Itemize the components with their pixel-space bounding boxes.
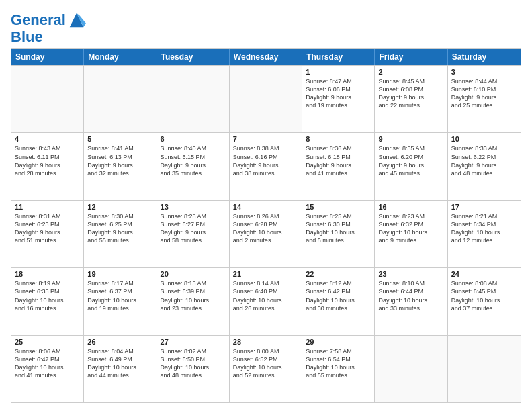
cell-text: Sunrise: 8:41 AM Sunset: 6:13 PM Dayligh…	[87, 144, 152, 177]
cal-cell: 20Sunrise: 8:15 AM Sunset: 6:39 PM Dayli…	[157, 268, 230, 334]
cal-cell: 26Sunrise: 8:04 AM Sunset: 6:49 PM Dayli…	[84, 336, 157, 402]
cell-text: Sunrise: 8:26 AM Sunset: 6:28 PM Dayligh…	[233, 212, 298, 245]
cal-cell: 29Sunrise: 7:58 AM Sunset: 6:54 PM Dayli…	[302, 336, 375, 402]
day-number: 14	[233, 203, 298, 211]
cal-cell: 22Sunrise: 8:12 AM Sunset: 6:42 PM Dayli…	[302, 268, 375, 334]
cal-row: 1Sunrise: 8:47 AM Sunset: 6:06 PM Daylig…	[11, 65, 521, 132]
day-number: 13	[161, 203, 226, 211]
cal-cell: 10Sunrise: 8:33 AM Sunset: 6:22 PM Dayli…	[448, 133, 521, 199]
cell-text: Sunrise: 8:28 AM Sunset: 6:27 PM Dayligh…	[161, 212, 226, 245]
cal-cell	[375, 336, 447, 402]
calendar-body: 1Sunrise: 8:47 AM Sunset: 6:06 PM Daylig…	[11, 65, 521, 402]
cal-cell: 2Sunrise: 8:45 AM Sunset: 6:08 PM Daylig…	[375, 66, 447, 132]
cal-header-cell: Wednesday	[230, 49, 302, 65]
cal-cell: 8Sunrise: 8:36 AM Sunset: 6:18 PM Daylig…	[302, 133, 375, 199]
cell-text: Sunrise: 8:44 AM Sunset: 6:10 PM Dayligh…	[451, 77, 517, 110]
cell-text: Sunrise: 8:04 AM Sunset: 6:49 PM Dayligh…	[87, 347, 152, 380]
cal-row: 25Sunrise: 8:06 AM Sunset: 6:47 PM Dayli…	[11, 335, 521, 402]
cal-cell: 25Sunrise: 8:06 AM Sunset: 6:47 PM Dayli…	[11, 336, 84, 402]
cell-text: Sunrise: 8:45 AM Sunset: 6:08 PM Dayligh…	[378, 77, 443, 110]
day-number: 12	[87, 203, 152, 211]
day-number: 6	[161, 135, 226, 143]
cal-cell	[448, 336, 521, 402]
day-number: 23	[378, 270, 443, 278]
cell-text: Sunrise: 8:33 AM Sunset: 6:22 PM Dayligh…	[451, 144, 517, 177]
logo-text: General	[11, 13, 66, 28]
cal-cell: 1Sunrise: 8:47 AM Sunset: 6:06 PM Daylig…	[302, 66, 375, 132]
day-number: 26	[87, 338, 152, 346]
cell-text: Sunrise: 7:58 AM Sunset: 6:54 PM Dayligh…	[306, 347, 371, 380]
day-number: 3	[451, 68, 517, 76]
cal-cell: 14Sunrise: 8:26 AM Sunset: 6:28 PM Dayli…	[230, 201, 302, 267]
cal-cell: 13Sunrise: 8:28 AM Sunset: 6:27 PM Dayli…	[157, 201, 230, 267]
cell-text: Sunrise: 8:47 AM Sunset: 6:06 PM Dayligh…	[306, 77, 371, 110]
cal-cell: 16Sunrise: 8:23 AM Sunset: 6:32 PM Dayli…	[375, 201, 447, 267]
day-number: 25	[15, 338, 80, 346]
day-number: 10	[451, 135, 517, 143]
cal-cell	[84, 66, 157, 132]
calendar: SundayMondayTuesdayWednesdayThursdayFrid…	[11, 48, 521, 403]
cal-cell: 27Sunrise: 8:02 AM Sunset: 6:50 PM Dayli…	[157, 336, 230, 402]
day-number: 18	[15, 270, 80, 278]
logo: General Blue	[11, 11, 86, 44]
cell-text: Sunrise: 8:17 AM Sunset: 6:37 PM Dayligh…	[87, 279, 152, 312]
cal-header-cell: Monday	[84, 49, 157, 65]
day-number: 21	[233, 270, 298, 278]
cell-text: Sunrise: 8:10 AM Sunset: 6:44 PM Dayligh…	[378, 279, 443, 312]
cal-cell: 23Sunrise: 8:10 AM Sunset: 6:44 PM Dayli…	[375, 268, 447, 334]
day-number: 22	[306, 270, 371, 278]
cell-text: Sunrise: 8:36 AM Sunset: 6:18 PM Dayligh…	[306, 144, 371, 177]
cal-cell: 15Sunrise: 8:25 AM Sunset: 6:30 PM Dayli…	[302, 201, 375, 267]
cal-cell: 21Sunrise: 8:14 AM Sunset: 6:40 PM Dayli…	[230, 268, 302, 334]
day-number: 15	[306, 203, 371, 211]
day-number: 29	[306, 338, 371, 346]
cal-cell: 24Sunrise: 8:08 AM Sunset: 6:45 PM Dayli…	[448, 268, 521, 334]
cal-cell: 11Sunrise: 8:31 AM Sunset: 6:23 PM Dayli…	[11, 201, 84, 267]
page: General Blue SundayMondayTuesdayWednesda…	[0, 0, 532, 411]
cal-header-cell: Saturday	[448, 49, 521, 65]
cell-text: Sunrise: 8:12 AM Sunset: 6:42 PM Dayligh…	[306, 279, 371, 312]
day-number: 24	[451, 270, 517, 278]
cell-text: Sunrise: 8:15 AM Sunset: 6:39 PM Dayligh…	[161, 279, 226, 312]
calendar-header: SundayMondayTuesdayWednesdayThursdayFrid…	[11, 49, 521, 65]
cal-cell: 28Sunrise: 8:00 AM Sunset: 6:52 PM Dayli…	[230, 336, 302, 402]
cell-text: Sunrise: 8:38 AM Sunset: 6:16 PM Dayligh…	[233, 144, 298, 177]
cal-row: 18Sunrise: 8:19 AM Sunset: 6:35 PM Dayli…	[11, 267, 521, 334]
day-number: 4	[15, 135, 80, 143]
cal-cell	[11, 66, 84, 132]
cal-cell: 3Sunrise: 8:44 AM Sunset: 6:10 PM Daylig…	[448, 66, 521, 132]
day-number: 11	[15, 203, 80, 211]
cell-text: Sunrise: 8:21 AM Sunset: 6:34 PM Dayligh…	[451, 212, 517, 245]
cell-text: Sunrise: 8:14 AM Sunset: 6:40 PM Dayligh…	[233, 279, 298, 312]
cal-cell	[230, 66, 302, 132]
logo-icon	[67, 11, 86, 30]
cell-text: Sunrise: 8:23 AM Sunset: 6:32 PM Dayligh…	[378, 212, 443, 245]
cal-cell: 18Sunrise: 8:19 AM Sunset: 6:35 PM Dayli…	[11, 268, 84, 334]
cal-cell: 9Sunrise: 8:35 AM Sunset: 6:20 PM Daylig…	[375, 133, 447, 199]
day-number: 17	[451, 203, 517, 211]
cal-row: 4Sunrise: 8:43 AM Sunset: 6:11 PM Daylig…	[11, 132, 521, 199]
cal-cell	[157, 66, 230, 132]
cal-header-cell: Friday	[375, 49, 447, 65]
day-number: 5	[87, 135, 152, 143]
cal-cell: 5Sunrise: 8:41 AM Sunset: 6:13 PM Daylig…	[84, 133, 157, 199]
cell-text: Sunrise: 8:19 AM Sunset: 6:35 PM Dayligh…	[15, 279, 80, 312]
cal-header-cell: Sunday	[11, 49, 84, 65]
cell-text: Sunrise: 8:00 AM Sunset: 6:52 PM Dayligh…	[233, 347, 298, 380]
header: General Blue	[11, 8, 521, 44]
cal-header-cell: Tuesday	[157, 49, 230, 65]
day-number: 28	[233, 338, 298, 346]
cal-cell: 17Sunrise: 8:21 AM Sunset: 6:34 PM Dayli…	[448, 201, 521, 267]
day-number: 9	[378, 135, 443, 143]
cal-cell: 4Sunrise: 8:43 AM Sunset: 6:11 PM Daylig…	[11, 133, 84, 199]
day-number: 16	[378, 203, 443, 211]
cell-text: Sunrise: 8:02 AM Sunset: 6:50 PM Dayligh…	[161, 347, 226, 380]
day-number: 20	[161, 270, 226, 278]
cell-text: Sunrise: 8:06 AM Sunset: 6:47 PM Dayligh…	[15, 347, 80, 380]
day-number: 19	[87, 270, 152, 278]
cell-text: Sunrise: 8:31 AM Sunset: 6:23 PM Dayligh…	[15, 212, 80, 245]
cell-text: Sunrise: 8:30 AM Sunset: 6:25 PM Dayligh…	[87, 212, 152, 245]
cal-cell: 19Sunrise: 8:17 AM Sunset: 6:37 PM Dayli…	[84, 268, 157, 334]
cal-cell: 7Sunrise: 8:38 AM Sunset: 6:16 PM Daylig…	[230, 133, 302, 199]
cal-cell: 6Sunrise: 8:40 AM Sunset: 6:15 PM Daylig…	[157, 133, 230, 199]
